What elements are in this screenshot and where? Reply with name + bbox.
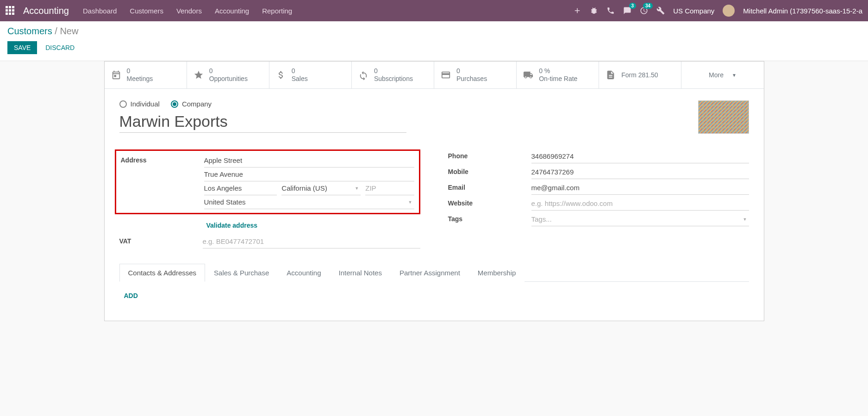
tools-icon[interactable] [656,6,665,15]
apps-icon[interactable] [6,6,15,15]
stat-more[interactable]: More▼ [681,62,763,88]
breadcrumb-parent[interactable]: Customers [7,26,52,36]
tab-accounting[interactable]: Accounting [278,264,330,282]
form-sheet: 0Meetings 0Opportunities 0Sales 0Subscri… [104,61,764,321]
label-email: Email [448,181,531,191]
menu-customers[interactable]: Customers [130,7,163,15]
stat-buttons: 0Meetings 0Opportunities 0Sales 0Subscri… [105,62,764,89]
file-icon [606,70,616,80]
messaging-icon[interactable]: 3 [623,6,631,15]
validate-address-button[interactable]: Validate address [203,218,258,235]
mobile-input[interactable] [531,165,749,179]
tab-partner-assignment[interactable]: Partner Assignment [391,264,469,282]
website-input[interactable] [531,197,749,211]
image-upload[interactable] [698,100,749,134]
label-phone: Phone [448,149,531,160]
tab-membership[interactable]: Membership [469,264,525,282]
zip-input[interactable] [365,181,414,195]
tab-content: Add [119,282,749,310]
street-input[interactable] [204,154,414,168]
state-select[interactable] [281,181,361,195]
city-input[interactable] [204,181,277,195]
tab-contacts[interactable]: Contacts & Addresses [119,264,206,282]
label-address: Address [121,154,204,164]
activity-icon[interactable]: 34 [640,6,648,15]
plus-icon[interactable] [573,6,581,15]
vat-input[interactable] [203,235,420,248]
label-tags: Tags [448,212,531,223]
radio-individual[interactable]: Individual [119,100,160,108]
refresh-icon [358,70,368,80]
stat-form281[interactable]: Form 281.50 [599,62,681,88]
stat-ontime[interactable]: 0 %On-time Rate [517,62,599,88]
phone-icon[interactable] [606,6,615,15]
company-selector[interactable]: US Company [673,7,714,15]
save-button[interactable]: Save [7,41,37,54]
stat-meetings[interactable]: 0Meetings [105,62,187,88]
truck-icon [523,70,533,80]
menu-dashboard[interactable]: Dashboard [83,7,117,15]
main-menu: Dashboard Customers Vendors Accounting R… [83,7,292,15]
stat-purchases[interactable]: 0Purchases [434,62,517,88]
street2-input[interactable] [204,168,414,181]
menu-reporting[interactable]: Reporting [262,7,292,15]
form-area: 0Meetings 0Opportunities 0Sales 0Subscri… [0,61,868,340]
email-input[interactable] [531,181,749,195]
left-column: Address ▼ ▼ [119,149,420,250]
address-block-highlight: Address ▼ ▼ [115,149,420,214]
discard-button[interactable]: Discard [39,41,81,54]
menu-vendors[interactable]: Vendors [176,7,202,15]
form-tabs: Contacts & Addresses Sales & Purchase Ac… [119,263,749,282]
messaging-badge: 3 [629,3,637,9]
chevron-down-icon: ▼ [732,73,737,78]
add-contact-button[interactable]: Add [124,292,138,299]
systray: 3 34 US Company Mitchell Admin (17397560… [573,5,862,17]
user-menu[interactable]: Mitchell Admin (17397560-saas-15-2-a [743,7,862,15]
label-vat: VAT [119,235,203,245]
country-select[interactable] [204,195,414,209]
tags-input[interactable] [531,212,749,226]
menu-accounting[interactable]: Accounting [215,7,249,15]
right-column: Phone Mobile Email Website [448,149,749,250]
tab-sales-purchase[interactable]: Sales & Purchase [205,264,278,282]
tab-internal-notes[interactable]: Internal Notes [330,264,391,282]
label-mobile: Mobile [448,165,531,175]
card-icon [441,70,451,80]
star-icon [194,70,204,80]
label-website: Website [448,197,531,207]
dollar-icon [276,70,286,80]
phone-input[interactable] [531,149,749,163]
app-brand[interactable]: Accounting [23,6,69,16]
breadcrumb: Customers / New [7,26,861,37]
company-type-radio: Individual Company [119,100,749,108]
name-input[interactable] [119,111,406,133]
activity-badge: 34 [643,3,653,9]
control-panel: Customers / New Save Discard [0,21,868,61]
sheet-body: Individual Company Address [105,89,764,321]
stat-opportunities[interactable]: 0Opportunities [187,62,269,88]
avatar[interactable] [723,5,735,17]
calendar-icon [111,70,121,80]
radio-company[interactable]: Company [171,100,212,108]
stat-sales[interactable]: 0Sales [269,62,352,88]
breadcrumb-sep: / [55,26,60,36]
top-navbar: Accounting Dashboard Customers Vendors A… [0,0,868,21]
breadcrumb-current: New [60,26,78,36]
bug-icon[interactable] [590,6,598,15]
stat-subscriptions[interactable]: 0Subscriptions [352,62,434,88]
